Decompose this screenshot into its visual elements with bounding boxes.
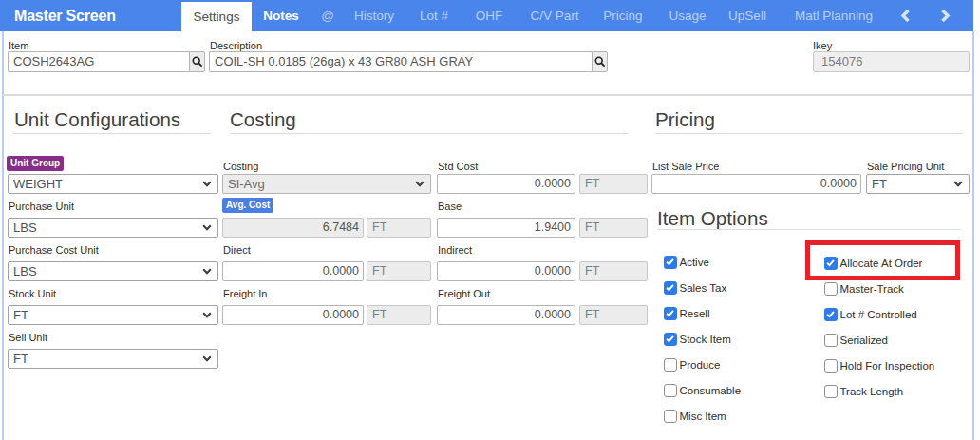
tab-at[interactable]: @: [321, 0, 334, 31]
tab-usage[interactable]: Usage: [669, 0, 706, 31]
costing-method-select[interactable]: SI-Avg: [222, 174, 431, 194]
pricing-heading: Pricing: [655, 108, 715, 131]
checkbox-active[interactable]: Active: [664, 256, 709, 269]
checkbox-label: Sales Tax: [680, 282, 727, 294]
ikey-input: 154076: [813, 51, 970, 72]
checkbox-misc-item[interactable]: Misc Item: [664, 410, 726, 423]
base-unit: FT: [579, 218, 648, 238]
indirect-unit: FT: [579, 261, 648, 281]
chevron-left-icon: [900, 9, 911, 23]
list-sale-price-input[interactable]: 0.0000: [651, 174, 861, 194]
checkbox-label: Misc Item: [680, 411, 726, 422]
unchecked-checkbox-icon: [824, 334, 838, 347]
search-icon: [594, 56, 606, 67]
checkbox-hold-for-inspection[interactable]: Hold For Inspection: [824, 359, 934, 373]
freight-out-input[interactable]: 0.0000: [437, 305, 575, 325]
sell-unit-label: Sell Unit: [9, 332, 47, 343]
sale-pricing-unit-select[interactable]: FT: [866, 174, 970, 194]
tab-matl-planning[interactable]: Matl Planning: [795, 0, 873, 31]
master-screen-window: Master Screen Notes @ History Lot # OHF …: [0, 0, 980, 440]
item-input[interactable]: COSH2643AG: [8, 51, 189, 72]
std-cost-label: Std Cost: [438, 161, 478, 172]
checkbox-master-track[interactable]: Master-Track: [824, 282, 904, 296]
unchecked-checkbox-icon: [664, 358, 677, 372]
description-input-group: COIL-SH 0.0185 (26ga) x 43 GR80 ASH GRAY: [209, 51, 608, 72]
checkbox-label: Produce: [680, 359, 721, 371]
description-input[interactable]: COIL-SH 0.0185 (26ga) x 43 GR80 ASH GRAY: [209, 51, 592, 72]
panel-left-border: [2, 31, 4, 440]
top-navigation-bar: Master Screen Notes @ History Lot # OHF …: [0, 0, 973, 31]
freight-in-unit: FT: [367, 305, 431, 325]
chevron-right-icon: [940, 9, 951, 23]
chevron-down-icon: [202, 224, 212, 231]
list-sale-price-label: List Sale Price: [652, 161, 719, 172]
tab-settings[interactable]: Settings: [181, 2, 252, 34]
std-cost-input[interactable]: 0.0000: [437, 174, 575, 194]
checkbox-sales-tax[interactable]: Sales Tax: [664, 281, 726, 295]
tab-ohf[interactable]: OHF: [476, 0, 503, 31]
tab-history[interactable]: History: [354, 0, 394, 31]
avg-cost-unit: FT: [367, 218, 431, 238]
checkbox-consumable[interactable]: Consumable: [664, 384, 741, 397]
checkmark-icon: [665, 282, 675, 293]
checkbox-stock-item[interactable]: Stock Item: [664, 333, 731, 346]
direct-input[interactable]: 0.0000: [222, 261, 364, 281]
indirect-input[interactable]: 0.0000: [437, 261, 575, 281]
tab-cv-part[interactable]: C/V Part: [530, 0, 578, 31]
item-search-button[interactable]: [189, 51, 205, 72]
purchase-cost-unit-select[interactable]: LBS: [8, 261, 218, 281]
unchecked-checkbox-icon: [824, 282, 838, 296]
checkbox-lot-controlled[interactable]: Lot # Controlled: [824, 308, 917, 321]
panel-right-border: [972, 31, 974, 440]
checkbox-produce[interactable]: Produce: [664, 358, 720, 372]
direct-label: Direct: [223, 244, 251, 256]
checked-checkbox-icon: [664, 281, 677, 295]
base-input[interactable]: 1.9400: [437, 218, 575, 238]
checked-checkbox-icon: [664, 256, 677, 269]
freight-in-input[interactable]: 0.0000: [222, 305, 364, 325]
item-row-separator: [3, 94, 972, 96]
checkbox-label: Allocate At Order: [840, 258, 923, 269]
sale-pricing-unit-label: Sale Pricing Unit: [867, 161, 944, 172]
tab-pricing[interactable]: Pricing: [603, 0, 642, 31]
unit-configurations-heading: Unit Configurations: [14, 108, 180, 131]
checkmark-icon: [825, 309, 836, 319]
unit-group-select[interactable]: WEIGHT: [8, 174, 218, 194]
chevron-down-icon: [202, 268, 212, 275]
checkbox-label: Stock Item: [680, 334, 731, 345]
freight-out-label: Freight Out: [438, 288, 490, 299]
tabs-scroll-left-button[interactable]: [893, 0, 917, 31]
checkbox-label: Consumable: [680, 385, 742, 396]
item-input-group: COSH2643AG: [8, 51, 205, 72]
ikey-label: Ikey: [813, 40, 832, 51]
unit-configurations-underline: [13, 133, 211, 134]
checkmark-icon: [665, 334, 675, 344]
sell-unit-select[interactable]: FT: [8, 349, 218, 369]
purchase-unit-select[interactable]: LBS: [8, 218, 218, 238]
chevron-down-icon: [953, 181, 963, 187]
checkbox-allocate-at-order[interactable]: Allocate At Order: [824, 257, 922, 270]
checkbox-track-length[interactable]: Track Length: [824, 385, 903, 398]
checkbox-label: Lot # Controlled: [840, 309, 917, 320]
checked-checkbox-icon: [824, 308, 838, 321]
tab-notes[interactable]: Notes: [263, 0, 299, 31]
checkmark-icon: [665, 308, 675, 318]
page-title: Master Screen: [14, 0, 116, 31]
checkbox-resell[interactable]: Resell: [664, 307, 709, 320]
avg-cost-input: 6.7484: [222, 218, 364, 238]
unchecked-checkbox-icon: [664, 384, 677, 397]
base-label: Base: [438, 201, 462, 212]
tabs-scroll-right-button[interactable]: [933, 0, 957, 31]
tab-upsell[interactable]: UpSell: [728, 0, 766, 31]
item-options-heading: Item Options: [657, 207, 768, 230]
checkbox-label: Track Length: [840, 386, 904, 397]
stock-unit-select[interactable]: FT: [8, 305, 218, 325]
stock-unit-label: Stock Unit: [9, 288, 56, 299]
tab-lot-number[interactable]: Lot #: [420, 0, 448, 31]
costing-heading: Costing: [230, 108, 296, 131]
chevron-down-icon: [202, 355, 212, 362]
purchase-cost-unit-label: Purchase Cost Unit: [9, 244, 99, 256]
description-search-button[interactable]: [592, 51, 608, 72]
chevron-down-icon: [202, 181, 212, 187]
checkbox-serialized[interactable]: Serialized: [824, 334, 888, 347]
